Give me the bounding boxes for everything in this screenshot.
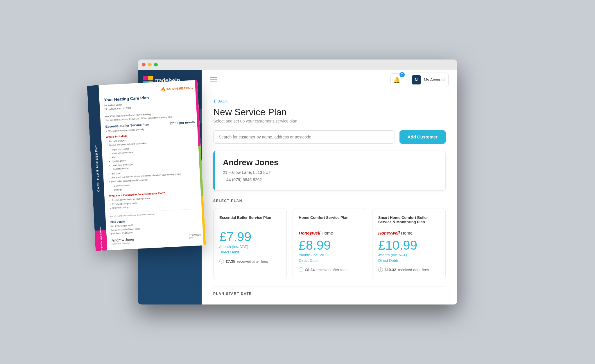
back-label: BACK <box>218 99 228 103</box>
fees-amount-essential: £7.35 <box>226 259 235 264</box>
included-list: Flue gas analysis Internal component che… <box>106 135 198 192</box>
honeywell-logo-smart-home: Honeywell Home <box>378 230 440 235</box>
search-row: Add Customer <box>213 130 446 144</box>
notification-badge: 7 <box>399 72 405 77</box>
plan-start-date-label: PLAN START DATE <box>213 286 446 296</box>
plan-details-section: Plan Details Ref: EBSHedge170120 Payment… <box>110 216 200 236</box>
mac-titlebar <box>138 60 457 70</box>
plan-card-smart-home[interactable]: Smart Home Comfort Boiler Service & Moni… <box>372 208 446 279</box>
customer-name: Andrew Jones <box>223 158 437 167</box>
hamburger-line-1 <box>210 78 217 78</box>
fees-label-smart-home: received after fees <box>398 268 429 272</box>
notification-button[interactable]: 🔔 7 <box>390 73 403 86</box>
care-plan-footer: For full terms and conditions, please se… <box>110 208 199 217</box>
close-button[interactable] <box>142 63 146 66</box>
page-subtitle: Select and set up your customer's servic… <box>213 119 446 123</box>
select-plan-section: SELECT PLAN Essential Boiler Service Pla… <box>213 199 446 296</box>
customer-card: Andrew Jones 21 Hallow Lane, LL13 8UT + … <box>213 151 446 191</box>
info-icon-smart-home: i <box>378 267 383 272</box>
fees-amount-home-comfort: £8.34 <box>305 268 315 272</box>
fees-label-home-comfort: received after fees <box>316 268 347 272</box>
select-plan-label: SELECT PLAN <box>213 199 446 203</box>
account-label: My Account <box>424 78 445 82</box>
date-label: Date <box>189 236 201 239</box>
page-title: New Service Plan <box>213 107 446 118</box>
plan-debit-smart-home: Direct Debit <box>378 258 440 263</box>
customer-phone: + 44 (079) 6845 8262 <box>223 176 437 183</box>
plan-period-home-comfort: /month (inc. VAT) <box>299 253 360 257</box>
hamburger-line-2 <box>210 80 217 80</box>
care-plan-bottom-text: Thank you for your business <box>99 227 103 251</box>
plan-name-essential: Essential Boiler Service Plan <box>219 215 281 226</box>
honeywell-logo-home-comfort: Honeywell Home <box>299 230 360 235</box>
customer-info: Andrew Jones 21 Hallow Lane, LL13 8UT + … <box>223 158 437 183</box>
care-plan-sidebar-text: CARE PLAN AGREEMENT <box>94 144 100 192</box>
fees-amount-smart-home: £10.32 <box>385 268 396 272</box>
main-content: 🔔 7 N My Account ❮ BACK New Service Plan… <box>202 70 457 304</box>
minimize-button[interactable] <box>148 63 152 66</box>
customer-address: 21 Hallow Lane, LL13 8UT <box>223 169 437 176</box>
account-button[interactable]: N My Account <box>408 73 449 87</box>
hamburger-button[interactable] <box>210 78 217 82</box>
plan-period-smart-home: /month (inc. VAT) <box>378 253 440 257</box>
search-input[interactable] <box>213 130 395 144</box>
care-plan-document: CARE PLAN AGREEMENT Thank you for your b… <box>87 80 206 251</box>
plan-name-home-comfort: Home Comfort Service Plan <box>299 215 360 226</box>
plan-fees-home-comfort: i £8.34 received after fees <box>299 267 360 272</box>
care-plan-address: Mr Andrew Jones 21 Hallow Lane, LL138UT … <box>104 99 195 122</box>
mac-window: CARE PLAN AGREEMENT Thank you for your b… <box>138 60 457 304</box>
hamburger-line-3 <box>210 82 217 82</box>
plan-debit-essential: Direct Debit <box>219 250 281 254</box>
plan-debit-home-comfort: Direct Debit <box>299 258 360 263</box>
add-customer-button[interactable]: Add Customer <box>399 130 446 144</box>
page-content: ❮ BACK New Service Plan Select and set u… <box>202 90 457 304</box>
plan-price-smart-home: £10.99 <box>378 239 440 252</box>
plans-row: Essential Boiler Service Plan £7.99 /mon… <box>213 208 446 279</box>
top-bar-right: 🔔 7 N My Account <box>390 73 449 87</box>
plan-card-essential[interactable]: Essential Boiler Service Plan £7.99 /mon… <box>213 208 287 279</box>
info-icon-essential: i <box>219 259 224 264</box>
tarvin-logo: 🔥 TARVIN HEATING <box>160 85 193 92</box>
fees-label-essential: received after fees <box>237 259 268 264</box>
plan-fees-smart-home: i £10.32 received after fees <box>378 267 440 272</box>
tarvin-logo-area: 🔥 TARVIN HEATING <box>103 85 193 95</box>
back-link[interactable]: ❮ BACK <box>213 99 446 103</box>
plan-price-home-comfort: £8.99 <box>299 239 360 252</box>
maximize-button[interactable] <box>154 63 158 66</box>
plan-card-home-comfort[interactable]: Home Comfort Service Plan Honeywell Home… <box>293 208 366 279</box>
svg-rect-1 <box>148 76 153 80</box>
tarvin-brand: TARVIN HEATING <box>166 86 193 91</box>
back-chevron-icon: ❮ <box>213 99 216 103</box>
plan-fees-essential: i £7.35 received after fees <box>219 259 281 264</box>
plan-price-essential: £7.99 <box>219 230 281 243</box>
plan-name-smart-home: Smart Home Comfort Boiler Service & Moni… <box>378 215 440 226</box>
top-bar: 🔔 7 N My Account <box>202 70 457 90</box>
info-icon-home-comfort: i <box>299 267 303 272</box>
care-plan-body: 🔥 TARVIN HEATING Your Heating Care Plan … <box>98 80 206 250</box>
account-avatar: N <box>412 75 421 84</box>
svg-rect-0 <box>143 76 148 80</box>
plan-period-essential: /month (inc. VAT) <box>219 244 281 249</box>
